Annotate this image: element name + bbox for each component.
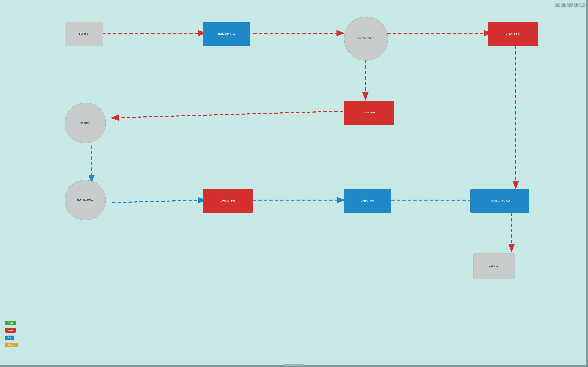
svg-line-4 [112, 111, 343, 118]
legend-filter: Filter [5, 328, 18, 333]
legend: RAW Filter Nat Mangle [5, 321, 18, 347]
bottom-bar [0, 365, 588, 367]
legend-nat: Nat [5, 335, 18, 340]
output-nat-node: OUTPUT NAT [344, 189, 391, 213]
toolbar-btn-4[interactable]: ↺ [574, 3, 579, 7]
input-filter-node: INPUT Filter [344, 101, 394, 125]
toolbar-btn-1[interactable]: ⊞ [555, 3, 560, 7]
scrollbar[interactable] [284, 364, 304, 366]
forward-filter-node: FORWARD Filter [488, 22, 538, 46]
legend-mangle: Mangle [5, 343, 18, 347]
routing-table-top-node: ROUTING TABLE [344, 17, 388, 61]
svg-line-6 [112, 200, 205, 202]
raw-badge: RAW [5, 321, 16, 325]
toolbar-btn-3[interactable]: ⏱ [567, 3, 573, 7]
local-process-node: local process [65, 103, 106, 143]
legend-raw: RAW [5, 321, 18, 325]
postrouting-nat-node: POSTROUTING NAT [470, 189, 529, 213]
nat-badge: Nat [5, 335, 14, 340]
toolbar-btn-2[interactable]: ▣ [561, 3, 566, 7]
prerouting-nat-node: PREROUTING NAT [203, 22, 250, 46]
toolbar: ⊞ ▣ ⏱ ↺ ⬜ [555, 3, 585, 7]
right-scrollbar[interactable] [586, 0, 588, 367]
packet-in-node: packet in [65, 22, 103, 46]
toolbar-btn-5[interactable]: ⬜ [580, 3, 585, 7]
routing-table-bottom-node: ROUTING TABLE [65, 180, 106, 220]
packet-out-node: packet out [473, 253, 515, 279]
mangle-badge: Mangle [5, 343, 18, 347]
filter-badge: Filter [5, 328, 16, 333]
output-filter-node: OUTPUT Filter [203, 189, 253, 213]
